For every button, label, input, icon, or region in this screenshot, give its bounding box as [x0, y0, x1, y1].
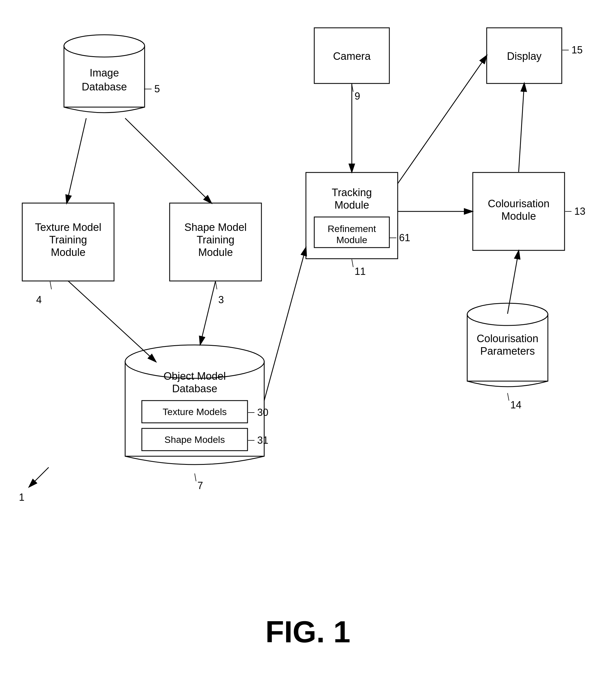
colourisation-module-label1: Colourisation [488, 198, 550, 210]
ref3-tick [216, 281, 217, 289]
arrow-shape-to-db [200, 281, 216, 344]
ref14-label: 14 [510, 399, 522, 411]
fig-label: FIG. 1 [265, 615, 350, 649]
colour-params-label2: Parameters [480, 345, 535, 357]
texture-models-label: Texture Models [163, 406, 227, 417]
colour-params-bottom [467, 381, 548, 387]
image-database-label-line1: Image [90, 67, 119, 79]
ref3-label: 3 [218, 294, 224, 305]
ref61-label: 61 [399, 232, 410, 243]
tracking-module-label1: Tracking [332, 187, 372, 198]
refinement-module-label1: Refinement [328, 223, 376, 234]
object-db-label2: Database [172, 383, 218, 394]
arrow-db-to-texture [67, 118, 86, 203]
colour-params-label1: Colourisation [477, 333, 538, 344]
ref11-tick [352, 259, 353, 267]
shape-models-label: Shape Models [164, 434, 225, 445]
ref11-label: 11 [355, 266, 366, 277]
colour-params-top [467, 303, 548, 325]
ref7-label: 7 [197, 480, 203, 491]
ref15-label: 15 [572, 44, 582, 56]
image-database-top [64, 35, 145, 57]
object-db-label1: Object Model [163, 370, 226, 382]
shape-module-label3: Module [198, 246, 233, 258]
arrow-ref1 [29, 467, 49, 487]
arrow-db-to-shape [125, 118, 211, 203]
object-db-bottom [125, 456, 264, 465]
arrow-texture-to-db [68, 281, 156, 362]
colourisation-module-label2: Module [501, 210, 536, 222]
arrow-objdb-to-tracking [264, 248, 306, 401]
arrow-colour-to-display [519, 83, 524, 172]
ref4-label: 4 [36, 294, 42, 305]
ref14-tick [508, 393, 509, 401]
image-database-label-line2: Database [82, 81, 127, 93]
shape-module-label2: Training [197, 234, 235, 245]
ref7-tick [195, 473, 196, 481]
camera-label: Camera [333, 50, 371, 62]
texture-module-label3: Module [51, 246, 86, 258]
display-label: Display [507, 50, 542, 62]
image-database-bottom [64, 107, 145, 113]
ref30-label: 30 [257, 407, 268, 418]
ref5-label: 5 [154, 83, 160, 94]
ref1-label: 1 [19, 492, 24, 503]
arrow-tracking-to-display [398, 56, 487, 184]
ref9-label: 9 [355, 90, 360, 102]
shape-module-label1: Shape Model [184, 221, 247, 233]
texture-module-label1: Texture Model [35, 221, 102, 233]
ref13-label: 13 [574, 206, 586, 217]
diagram-container: Image Database 5 Texture Model Training … [0, 0, 616, 686]
texture-module-label2: Training [49, 234, 87, 245]
ref31-label: 31 [257, 434, 268, 446]
ref4-tick [50, 281, 51, 289]
refinement-module-label2: Module [336, 235, 367, 245]
tracking-module-label2: Module [334, 199, 369, 211]
